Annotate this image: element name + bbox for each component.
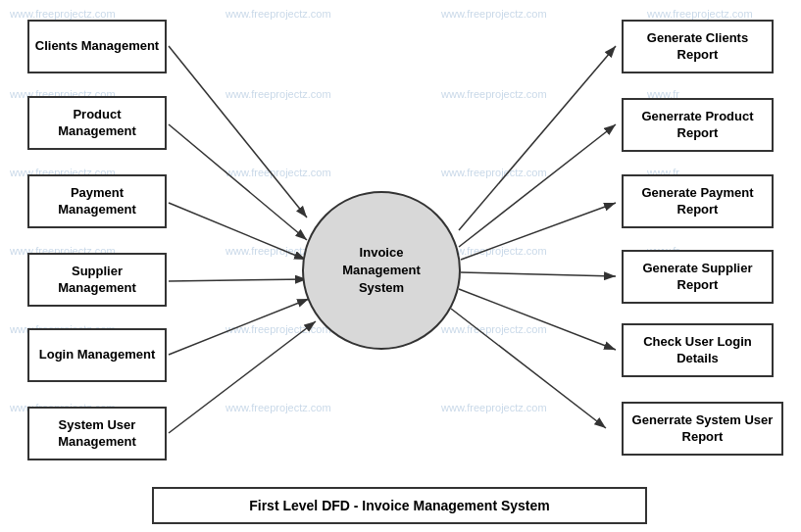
svg-line-7 <box>459 46 616 230</box>
caption-box: First Level DFD - Invoice Management Sys… <box>152 487 647 524</box>
svg-line-6 <box>169 321 316 433</box>
payment-management-box: Payment Management <box>27 174 167 228</box>
sysuser-management-box: System User Management <box>27 407 167 460</box>
gen-supplier-report-box: Generate Supplier Report <box>622 250 774 304</box>
svg-line-9 <box>461 203 616 260</box>
svg-line-8 <box>459 124 616 247</box>
svg-line-5 <box>169 299 309 355</box>
gen-payment-report-box: Generate Payment Report <box>622 174 774 228</box>
center-circle: InvoiceManagementSystem <box>302 191 461 350</box>
clients-management-box: Clients Management <box>27 20 167 73</box>
check-user-login-box: Check User Login Details <box>622 323 774 377</box>
center-label: InvoiceManagementSystem <box>342 244 420 298</box>
svg-line-12 <box>451 309 606 428</box>
svg-line-3 <box>169 203 306 260</box>
supplier-management-box: Supplier Management <box>27 253 167 307</box>
svg-line-2 <box>169 124 307 240</box>
svg-line-10 <box>461 272 616 276</box>
caption-text: First Level DFD - Invoice Management Sys… <box>249 498 550 513</box>
gen-sysuser-report-box: Generrate System User Report <box>622 402 783 456</box>
svg-line-11 <box>459 289 616 350</box>
svg-line-1 <box>169 46 307 218</box>
gen-product-report-box: Generrate Product Report <box>622 98 774 152</box>
diagram: www.freeprojectz.com www.freeprojectz.co… <box>0 0 801 532</box>
login-management-box: Login Management <box>27 328 167 382</box>
svg-line-4 <box>169 279 307 281</box>
gen-clients-report-box: Generate Clients Report <box>622 20 774 73</box>
product-management-box: Product Management <box>27 96 167 150</box>
